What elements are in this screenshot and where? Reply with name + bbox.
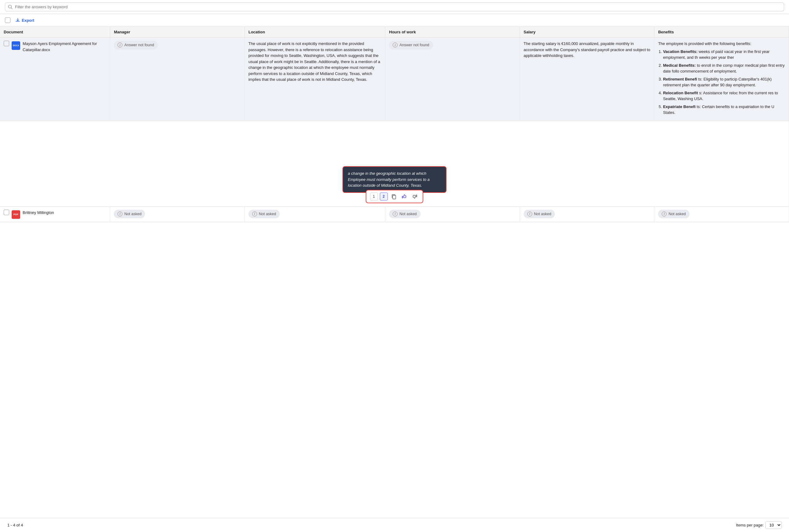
col-salary: Salary bbox=[520, 26, 654, 38]
doc-name: Mayson Ayers Employment Agreement for Ca… bbox=[23, 41, 106, 53]
export-button[interactable]: Export bbox=[13, 17, 37, 24]
items-per-page-control: Items per page: 10 25 50 bbox=[736, 521, 782, 524]
benefits-list: Vacation Benefits: weeks of paid vacat y… bbox=[658, 49, 785, 116]
info-icon-benefits-2: i bbox=[662, 211, 667, 216]
benefits-cell: The employee is provided with the follow… bbox=[654, 38, 789, 121]
location-cell-2: i Not asked bbox=[245, 206, 385, 222]
benefits-cell-2: i Not asked bbox=[654, 206, 789, 222]
list-item: Expatriate Benefi ts: Certain benefits t… bbox=[663, 104, 785, 116]
doc-name-2: Brittney Millington bbox=[23, 210, 54, 216]
spacer-row: a change in the geographic location at w… bbox=[0, 120, 789, 206]
row-checkbox[interactable] bbox=[4, 41, 9, 46]
answer-not-found-badge: i Answer not found bbox=[114, 41, 158, 50]
col-location: Location bbox=[245, 26, 385, 38]
hours-cell-2: i Not asked bbox=[385, 206, 520, 222]
footer: 1 - 4 of 4 Items per page: 10 25 50 bbox=[0, 518, 789, 524]
table-row: DOCX Mayson Ayers Employment Agreement f… bbox=[0, 38, 789, 121]
doc-cell: DOCX Mayson Ayers Employment Agreement f… bbox=[0, 38, 110, 121]
hours-cell: i Answer not found bbox=[385, 38, 520, 121]
thumbs-down-icon[interactable] bbox=[410, 192, 419, 201]
salary-cell: The starting salary is €160,000 annualiz… bbox=[520, 38, 654, 121]
search-bar bbox=[0, 0, 789, 14]
answer-not-found-badge-hours: i Answer not found bbox=[389, 41, 433, 50]
page-range: 1 - 4 of 4 bbox=[7, 523, 23, 524]
col-benefits: Benefits bbox=[654, 26, 789, 38]
info-icon-hours-2: i bbox=[393, 211, 398, 216]
not-asked-badge-benefits: i Not asked bbox=[658, 210, 689, 218]
page-1-button[interactable]: 1 bbox=[370, 192, 378, 201]
location-cell: The usual place of work is not explicitl… bbox=[245, 38, 385, 121]
results-table: Document Manager Location Hours of work … bbox=[0, 26, 789, 222]
col-hours: Hours of work bbox=[385, 26, 520, 38]
not-asked-badge-manager: i Not asked bbox=[114, 210, 145, 218]
items-per-page-label: Items per page: bbox=[736, 523, 764, 524]
doc-cell-2: PDF Brittney Millington bbox=[0, 206, 110, 222]
page-2-button[interactable]: 2 bbox=[380, 192, 388, 201]
list-item: Retirement Benefi ts: Eligibility to par… bbox=[663, 76, 785, 88]
toolbar: Export bbox=[0, 14, 789, 26]
col-document: Document bbox=[0, 26, 110, 38]
not-asked-badge-location: i Not asked bbox=[249, 210, 280, 218]
table-container: Document Manager Location Hours of work … bbox=[0, 26, 789, 524]
search-input[interactable] bbox=[5, 2, 784, 11]
benefits-content: The employee is provided with the follow… bbox=[658, 41, 785, 116]
table-row: PDF Brittney Millington i Not asked i No… bbox=[0, 206, 789, 222]
info-icon-hours: i bbox=[393, 42, 398, 48]
manager-cell: i Answer not found bbox=[110, 38, 245, 121]
list-item: Vacation Benefits: weeks of paid vacat y… bbox=[663, 49, 785, 61]
not-asked-badge-salary: i Not asked bbox=[524, 210, 555, 218]
search-input-wrap bbox=[5, 2, 784, 11]
download-icon bbox=[15, 18, 20, 23]
info-icon: i bbox=[117, 42, 122, 48]
manager-cell-2: i Not asked bbox=[110, 206, 245, 222]
col-manager: Manager bbox=[110, 26, 245, 38]
salary-cell-2: i Not asked bbox=[520, 206, 654, 222]
row-checkbox-2[interactable] bbox=[4, 210, 9, 215]
info-icon-manager-2: i bbox=[117, 211, 122, 216]
info-icon-location-2: i bbox=[252, 211, 257, 216]
select-all-checkbox[interactable] bbox=[5, 17, 11, 23]
table-header-row: Document Manager Location Hours of work … bbox=[0, 26, 789, 38]
copy-icon[interactable] bbox=[390, 192, 398, 201]
info-icon-salary-2: i bbox=[527, 211, 532, 216]
items-per-page-select[interactable]: 10 25 50 bbox=[766, 521, 782, 524]
thumbs-up-icon[interactable] bbox=[400, 192, 409, 201]
list-item: Medical Benefits: to enroll in the comp … bbox=[663, 62, 785, 74]
svg-rect-2 bbox=[393, 195, 396, 199]
not-asked-badge-hours: i Not asked bbox=[389, 210, 420, 218]
tooltip-box: a change in the geographic location at w… bbox=[343, 166, 446, 193]
list-item: Relocation Benefit s: Assistance for rel… bbox=[663, 90, 785, 102]
docx-icon: DOCX bbox=[12, 41, 20, 50]
pdf-icon: PDF bbox=[12, 210, 20, 219]
tooltip-actions: 1 2 bbox=[366, 190, 423, 203]
